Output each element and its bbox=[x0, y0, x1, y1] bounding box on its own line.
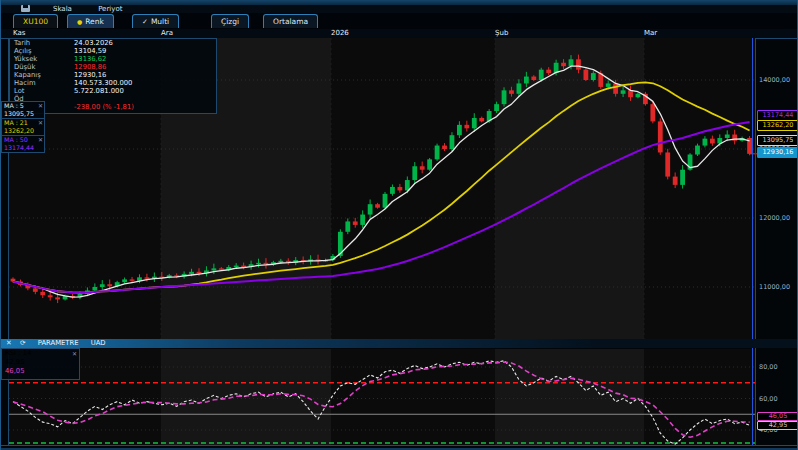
candle-body bbox=[509, 90, 514, 93]
candle-body bbox=[412, 166, 417, 180]
candle-body bbox=[420, 166, 425, 169]
candle-body bbox=[479, 118, 484, 121]
candle-body bbox=[107, 284, 112, 286]
candle-body bbox=[40, 292, 45, 295]
month-band bbox=[161, 349, 331, 445]
candle-body bbox=[450, 135, 455, 149]
candle-body bbox=[48, 295, 53, 297]
close-icon[interactable]: ✕ bbox=[72, 349, 77, 358]
candle-body bbox=[234, 266, 239, 267]
indicator-pane-header: ✕ ⟳ PARAMETRE UAD bbox=[1, 339, 798, 348]
candle-body bbox=[613, 83, 618, 93]
candle-body bbox=[464, 125, 469, 128]
ma50-legend-box[interactable]: MA : 50 13174,44 ✕ bbox=[1, 135, 45, 153]
info-row: Düşük12908,86 bbox=[10, 63, 216, 71]
candle-body bbox=[472, 118, 477, 128]
info-row: Tarih24.03.2026 bbox=[10, 39, 216, 47]
axis-separator bbox=[755, 38, 756, 445]
candle-body bbox=[345, 221, 350, 231]
candle-body bbox=[591, 73, 596, 80]
rsi-legend-box[interactable]: RSI : 14 42,95 46,05 ✕ bbox=[1, 348, 80, 380]
month-band bbox=[331, 349, 495, 445]
candle-body bbox=[703, 139, 708, 146]
info-row: Yüksek13136,62 bbox=[10, 55, 216, 63]
candle-body bbox=[92, 287, 97, 290]
month-band bbox=[644, 349, 755, 445]
refresh-icon[interactable]: ⟳ bbox=[20, 339, 26, 347]
rsi-signal-value: 46,05 bbox=[5, 367, 79, 376]
candle-body bbox=[256, 263, 261, 264]
candle-body bbox=[546, 70, 551, 73]
month-band bbox=[495, 349, 644, 445]
rsi-badge: 42,95 bbox=[757, 421, 798, 430]
candle-body bbox=[435, 146, 440, 160]
candle-body bbox=[561, 63, 566, 66]
candle-body bbox=[368, 204, 373, 214]
candle-body bbox=[531, 77, 536, 80]
uad-button[interactable]: UAD bbox=[91, 339, 106, 347]
candle-body bbox=[457, 125, 462, 135]
candle-body bbox=[650, 104, 655, 121]
price-axis-label: 12000,00 bbox=[759, 214, 790, 222]
candle-body bbox=[353, 221, 358, 224]
candle-body bbox=[55, 297, 60, 299]
month-band bbox=[644, 38, 755, 340]
ma5-legend-box[interactable]: MA : 5 13095,75 ✕ bbox=[1, 101, 45, 119]
candle-body bbox=[621, 90, 626, 93]
price-axis-label: 14000,00 bbox=[759, 76, 790, 84]
candle-body bbox=[583, 70, 588, 80]
candle-body bbox=[278, 261, 283, 262]
candle-body bbox=[636, 94, 641, 97]
close-icon[interactable]: ✕ bbox=[38, 136, 43, 144]
candle-body bbox=[211, 268, 216, 270]
candle-body bbox=[628, 90, 633, 97]
candle-body bbox=[360, 215, 365, 225]
price-axis-label: 11000,00 bbox=[759, 283, 790, 291]
candle-body bbox=[725, 135, 730, 138]
candle-body bbox=[197, 272, 202, 273]
candle-body bbox=[33, 288, 38, 291]
candle-body bbox=[695, 146, 700, 155]
price-badge: 12930,16 bbox=[757, 147, 798, 158]
trading-app-window: XU100OscGünOsc Skala Periyot XU100 ●Renk… bbox=[0, 0, 798, 450]
candle-body bbox=[502, 90, 507, 104]
rsi-badge: 46,05 bbox=[757, 412, 798, 421]
rsi-axis-label: 80,00 bbox=[759, 363, 778, 371]
price-badge: 13262,20 bbox=[757, 120, 798, 131]
candle-body bbox=[427, 159, 432, 169]
rsi-value: 42,95 bbox=[5, 358, 79, 367]
close-icon[interactable]: ✕ bbox=[38, 102, 43, 110]
candle-body bbox=[219, 268, 224, 269]
candle-body bbox=[397, 187, 402, 190]
candle-body bbox=[375, 204, 380, 207]
candle-body bbox=[494, 104, 499, 111]
candle-body bbox=[524, 77, 529, 84]
candle-body bbox=[710, 139, 715, 144]
month-band bbox=[495, 38, 644, 340]
candle-body bbox=[130, 279, 135, 280]
candle-body bbox=[100, 284, 105, 287]
parametre-button[interactable]: PARAMETRE bbox=[38, 339, 79, 347]
candle-body bbox=[405, 180, 410, 190]
candle-body bbox=[569, 59, 574, 66]
candle-body bbox=[517, 83, 522, 93]
rsi-name: RSI : 14 bbox=[5, 349, 79, 358]
candle-body bbox=[658, 121, 663, 152]
candle-body bbox=[145, 277, 150, 278]
candle-body bbox=[122, 279, 127, 282]
info-row: Kapanış12930,16 bbox=[10, 71, 216, 79]
close-icon[interactable]: ✕ bbox=[38, 119, 43, 127]
candle-body bbox=[665, 152, 670, 176]
candle-body bbox=[383, 194, 388, 208]
candle-body bbox=[576, 59, 581, 69]
rsi-axis-label: 60,00 bbox=[759, 395, 778, 403]
close-icon[interactable]: ✕ bbox=[6, 339, 12, 347]
candle-body bbox=[539, 70, 544, 80]
month-band bbox=[331, 38, 495, 340]
plot-bottom-border bbox=[1, 445, 798, 446]
info-row: Açılış13104,59 bbox=[10, 47, 216, 55]
ma21-legend-box[interactable]: MA : 21 13262,20 ✕ bbox=[1, 118, 45, 136]
info-row: Hacim140.573.300.000 bbox=[10, 79, 216, 87]
candle-body bbox=[680, 170, 685, 185]
candle-body bbox=[606, 83, 611, 86]
